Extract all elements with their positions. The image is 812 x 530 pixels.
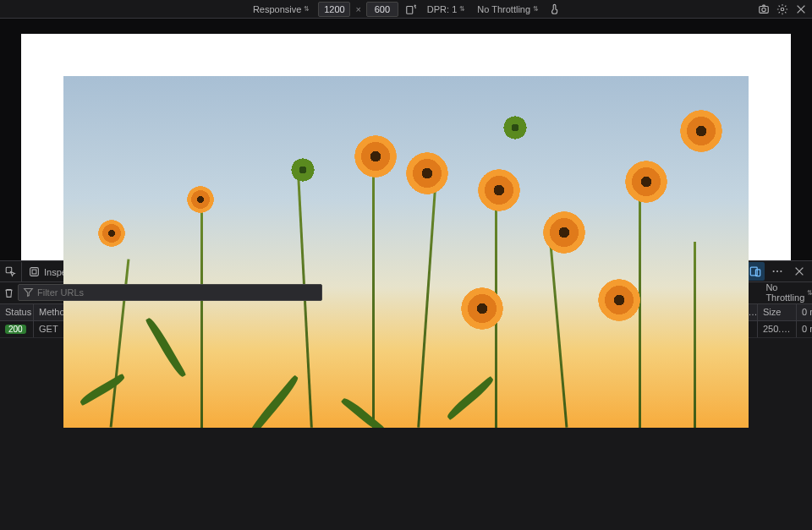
- viewport-height-input[interactable]: [366, 2, 398, 17]
- rdm-settings-icon[interactable]: [775, 2, 790, 17]
- device-select-label: Responsive: [253, 4, 301, 14]
- screenshot-icon[interactable]: [756, 2, 771, 17]
- funnel-icon: [23, 287, 34, 298]
- cell-waterfall-tail: 0 m: [802, 324, 812, 334]
- rdm-throttling-select[interactable]: No Throttling ⇅: [474, 3, 542, 16]
- chevron-updown-icon: ⇅: [304, 5, 310, 13]
- cell-size: 250.…: [763, 324, 790, 334]
- page-frame: [21, 34, 791, 428]
- network-throttling-label: No Throttling: [765, 282, 804, 303]
- pick-element-icon[interactable]: [0, 261, 22, 281]
- col-size[interactable]: Size: [758, 304, 797, 320]
- svg-rect-1: [760, 6, 769, 13]
- cell-method: GET: [39, 324, 58, 334]
- dpr-select[interactable]: DPR: 1 ⇅: [424, 3, 469, 16]
- svg-point-21: [780, 270, 782, 271]
- dimension-separator: ×: [355, 4, 360, 14]
- content-image: [63, 76, 749, 428]
- responsive-design-toolbar: Responsive ⇅ × DPR: 1 ⇅ No Throttling ⇅: [0, 0, 812, 19]
- svg-point-2: [762, 8, 765, 11]
- status-badge: 200: [5, 325, 26, 334]
- filter-urls-input[interactable]: [18, 284, 322, 301]
- responsive-mode-toggle-icon[interactable]: [746, 262, 765, 281]
- clear-requests-icon[interactable]: [3, 283, 14, 302]
- chevron-updown-icon: ⇅: [533, 5, 539, 13]
- close-devtools-icon[interactable]: [790, 262, 809, 281]
- svg-point-3: [781, 8, 784, 11]
- viewport-area: [0, 19, 812, 260]
- network-throttling-select[interactable]: No Throttling ⇅: [762, 281, 812, 304]
- chevron-updown-icon: ⇅: [459, 5, 465, 13]
- svg-point-20: [776, 270, 778, 271]
- col-status[interactable]: Status: [0, 304, 34, 320]
- viewport-width-input[interactable]: [318, 2, 350, 17]
- touch-simulation-icon[interactable]: [547, 2, 562, 17]
- rdm-throttling-label: No Throttling: [477, 4, 530, 14]
- close-rdm-icon[interactable]: [793, 2, 809, 17]
- svg-point-19: [773, 270, 775, 271]
- svg-rect-0: [407, 6, 413, 14]
- col-waterfall[interactable]: 0 m: [797, 304, 812, 320]
- kebab-menu-icon[interactable]: [768, 262, 787, 281]
- rotate-viewport-icon[interactable]: [403, 2, 419, 17]
- chevron-updown-icon: ⇅: [807, 289, 812, 297]
- dpr-label: DPR: 1: [427, 4, 457, 14]
- svg-rect-6: [32, 270, 36, 274]
- svg-rect-5: [30, 268, 39, 276]
- device-select[interactable]: Responsive ⇅: [250, 3, 313, 16]
